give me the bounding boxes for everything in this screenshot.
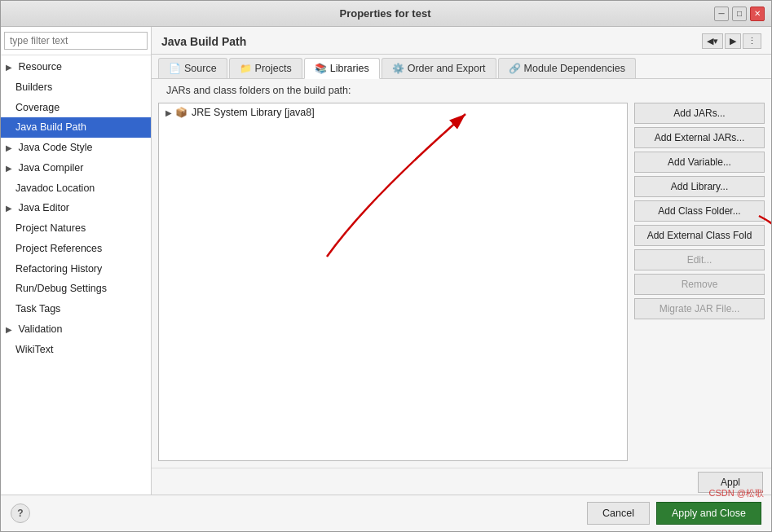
forward-button[interactable]: ▶ bbox=[725, 33, 741, 49]
tab-module-deps-label: Module Dependencies bbox=[524, 63, 625, 74]
panel-header-actions: ◀▾ ▶ ⋮ bbox=[702, 33, 761, 49]
sidebar-item-label: WikiText bbox=[15, 344, 54, 355]
add-class-folder-button[interactable]: Add Class Folder... bbox=[634, 200, 765, 222]
expand-icon: ▶ bbox=[6, 325, 12, 334]
help-button[interactable]: ? bbox=[11, 503, 30, 523]
sidebar-item-label: Resource bbox=[18, 61, 62, 73]
search-input[interactable] bbox=[4, 32, 148, 50]
tab-projects[interactable]: 📁 Projects bbox=[229, 58, 302, 78]
window-title: Properties for test bbox=[56, 7, 714, 20]
sidebar-item-label: Project Natures bbox=[15, 222, 86, 234]
sidebar-item-task-tags[interactable]: Task Tags bbox=[1, 299, 151, 319]
sidebar-item-label: Java Build Path bbox=[15, 121, 86, 133]
close-button[interactable]: ✕ bbox=[750, 7, 765, 21]
menu-button[interactable]: ⋮ bbox=[743, 33, 761, 49]
tab-module-dependencies[interactable]: 🔗 Module Dependencies bbox=[498, 58, 636, 78]
sidebar-item-java-editor[interactable]: ▶ Java Editor bbox=[1, 198, 151, 218]
filter-wrap bbox=[1, 27, 151, 55]
libraries-tab-icon: 📚 bbox=[315, 63, 327, 74]
sidebar-item-label: Javadoc Location bbox=[15, 182, 95, 194]
add-external-class-fold-button[interactable]: Add External Class Fold bbox=[634, 225, 765, 246]
sidebar-item-coverage[interactable]: Coverage bbox=[1, 98, 151, 118]
expand-icon: ▶ bbox=[6, 164, 12, 173]
sidebar-item-project-natures[interactable]: Project Natures bbox=[1, 218, 151, 239]
sidebar-item-validation[interactable]: ▶ Validation bbox=[1, 319, 151, 340]
order-export-tab-icon: ⚙️ bbox=[392, 63, 404, 74]
remove-button[interactable]: Remove bbox=[634, 274, 765, 295]
sidebar-item-project-references[interactable]: Project References bbox=[1, 239, 151, 259]
expand-icon: ▶ bbox=[6, 143, 12, 152]
sidebar-item-label: Coverage bbox=[15, 102, 60, 113]
libraries-body: ▶ 📦 JRE System Library [java8] Add JARs.… bbox=[152, 96, 771, 468]
sidebar-item-label: Validation bbox=[18, 323, 62, 335]
sidebar-item-run-debug-settings[interactable]: Run/Debug Settings bbox=[1, 279, 151, 299]
apply-button[interactable]: Appl bbox=[698, 472, 763, 493]
sidebar-item-builders[interactable]: Builders bbox=[1, 77, 151, 98]
cancel-button[interactable]: Cancel bbox=[587, 502, 650, 525]
sidebar-item-resource[interactable]: ▶ Resource bbox=[1, 57, 151, 77]
sidebar-item-label: Task Tags bbox=[15, 303, 60, 314]
sidebar-item-java-compiler[interactable]: ▶ Java Compiler bbox=[1, 158, 151, 178]
tab-order-and-export[interactable]: ⚙️ Order and Export bbox=[382, 58, 496, 78]
libraries-list: ▶ 📦 JRE System Library [java8] bbox=[158, 103, 628, 461]
tabs-bar: 📄 Source 📁 Projects 📚 Libraries ⚙️ Order… bbox=[152, 55, 771, 79]
migrate-jar-button[interactable]: Migrate JAR File... bbox=[634, 298, 765, 319]
content-area: ▶ Resource Builders Coverage Java Build … bbox=[1, 27, 771, 495]
tab-libraries-label: Libraries bbox=[330, 63, 369, 74]
minimize-button[interactable]: ─ bbox=[714, 7, 729, 21]
jre-system-library-label: JRE System Library [java8] bbox=[192, 107, 315, 118]
sidebar-item-label: Refactoring History bbox=[15, 263, 102, 275]
sidebar-item-label: Java Code Style bbox=[18, 142, 92, 153]
projects-tab-icon: 📁 bbox=[240, 63, 252, 74]
sidebar-tree: ▶ Resource Builders Coverage Java Build … bbox=[1, 55, 151, 495]
sidebar-item-java-code-style[interactable]: ▶ Java Code Style bbox=[1, 138, 151, 158]
bottom-left: ? bbox=[11, 503, 580, 523]
apply-row: Appl bbox=[152, 468, 771, 495]
libraries-list-panel: ▶ 📦 JRE System Library [java8] bbox=[158, 103, 628, 461]
list-item[interactable]: ▶ 📦 JRE System Library [java8] bbox=[159, 103, 627, 121]
tab-source[interactable]: 📄 Source bbox=[158, 58, 227, 78]
tab-projects-label: Projects bbox=[255, 63, 292, 74]
sidebar-item-label: Builders bbox=[15, 81, 52, 93]
add-external-jars-button[interactable]: Add External JARs... bbox=[634, 127, 765, 148]
panel-header: Java Build Path ◀▾ ▶ ⋮ bbox=[152, 27, 771, 55]
tab-libraries[interactable]: 📚 Libraries bbox=[304, 58, 380, 79]
main-content: Java Build Path ◀▾ ▶ ⋮ 📄 Source 📁 Projec… bbox=[152, 27, 771, 495]
title-bar: Properties for test ─ □ ✕ bbox=[1, 1, 771, 27]
sidebar-item-java-build-path[interactable]: Java Build Path bbox=[1, 117, 151, 138]
tab-source-label: Source bbox=[184, 63, 217, 74]
sidebar-item-label: Java Compiler bbox=[18, 162, 83, 174]
sidebar-item-wikitext[interactable]: WikiText bbox=[1, 340, 151, 360]
back-button[interactable]: ◀▾ bbox=[702, 33, 723, 49]
expand-arrow-icon: ▶ bbox=[165, 108, 172, 117]
bottom-bar: ? Cancel Apply and Close bbox=[1, 495, 771, 531]
module-deps-tab-icon: 🔗 bbox=[509, 63, 521, 74]
sidebar-item-refactoring-history[interactable]: Refactoring History bbox=[1, 259, 151, 279]
main-window: Properties for test ─ □ ✕ ▶ Resource Bui… bbox=[0, 0, 772, 532]
tab-order-export-label: Order and Export bbox=[408, 63, 486, 74]
buttons-panel: Add JARs... Add External JARs... Add Var… bbox=[634, 103, 765, 461]
apply-close-button[interactable]: Apply and Close bbox=[656, 502, 761, 525]
source-tab-icon: 📄 bbox=[169, 63, 181, 74]
sidebar-item-label: Java Editor bbox=[18, 202, 69, 213]
panel-title: Java Build Path bbox=[161, 35, 246, 48]
sidebar: ▶ Resource Builders Coverage Java Build … bbox=[1, 27, 152, 495]
maximize-button[interactable]: □ bbox=[732, 7, 747, 21]
edit-button[interactable]: Edit... bbox=[634, 249, 765, 270]
add-library-button[interactable]: Add Library... bbox=[634, 176, 765, 197]
sidebar-item-label: Project References bbox=[15, 243, 102, 254]
library-icon: 📦 bbox=[175, 107, 187, 118]
sidebar-item-label: Run/Debug Settings bbox=[15, 283, 107, 294]
add-variable-button[interactable]: Add Variable... bbox=[634, 152, 765, 173]
description-area: JARs and class folders on the build path… bbox=[152, 79, 771, 96]
expand-icon: ▶ bbox=[6, 204, 12, 213]
window-controls: ─ □ ✕ bbox=[714, 7, 765, 21]
add-jars-button[interactable]: Add JARs... bbox=[634, 103, 765, 124]
sidebar-item-javadoc-location[interactable]: Javadoc Location bbox=[1, 178, 151, 199]
expand-icon: ▶ bbox=[6, 63, 12, 72]
